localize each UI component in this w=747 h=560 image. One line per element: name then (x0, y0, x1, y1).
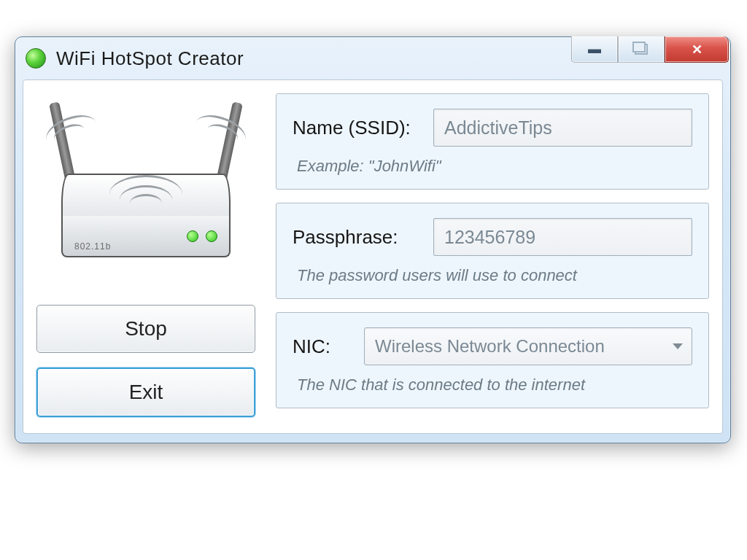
left-column: 802.11b Stop Exit (36, 93, 255, 417)
router-model-label: 802.11b (74, 241, 111, 252)
status-led-icon (187, 230, 198, 242)
passphrase-group: Passphrase: The password users will use … (276, 203, 709, 299)
maximize-button[interactable] (618, 36, 665, 63)
nic-hint: The NIC that is connected to the interne… (293, 376, 692, 394)
nic-select[interactable]: Wireless Network Connection (364, 327, 692, 365)
ssid-group: Name (SSID): Example: "JohnWifi" (276, 93, 709, 190)
router-illustration: 802.11b (36, 93, 255, 290)
passphrase-label: Passphrase: (293, 226, 420, 249)
window-controls: ▬ ✕ (571, 36, 729, 63)
nic-selected-value: Wireless Network Connection (375, 336, 605, 357)
status-led-icon (206, 230, 217, 242)
close-button[interactable]: ✕ (665, 36, 729, 63)
minimize-icon: ▬ (588, 42, 601, 57)
maximize-icon (635, 44, 648, 55)
minimize-button[interactable]: ▬ (571, 36, 618, 63)
client-area: 802.11b Stop Exit Name (SSID): Example: … (23, 79, 723, 434)
chevron-down-icon (673, 343, 683, 349)
ssid-label: Name (SSID): (293, 117, 420, 139)
close-icon: ✕ (692, 42, 703, 58)
ssid-input[interactable] (433, 109, 692, 147)
ssid-hint: Example: "JohnWifi" (293, 157, 692, 176)
right-column: Name (SSID): Example: "JohnWifi" Passphr… (276, 93, 709, 417)
passphrase-input[interactable] (433, 218, 692, 256)
passphrase-hint: The password users will use to connect (293, 266, 692, 285)
exit-button[interactable]: Exit (36, 368, 255, 417)
stop-button[interactable]: Stop (36, 305, 255, 353)
app-icon (26, 48, 46, 69)
app-window: WiFi HotSpot Creator ▬ ✕ (15, 36, 731, 443)
titlebar[interactable]: WiFi HotSpot Creator ▬ ✕ (15, 37, 730, 79)
nic-group: NIC: Wireless Network Connection The NIC… (276, 312, 709, 408)
nic-label: NIC: (293, 335, 351, 358)
